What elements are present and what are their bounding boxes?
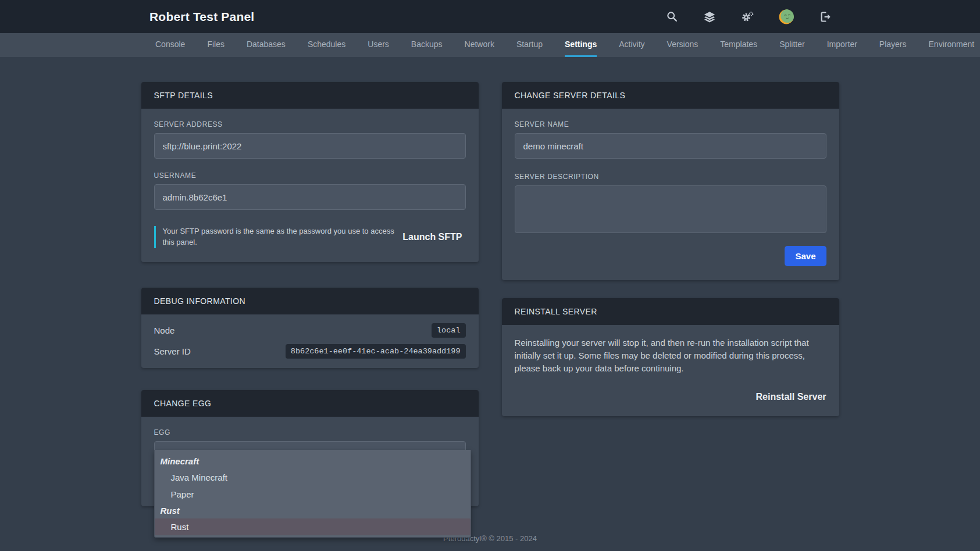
server-description-textarea[interactable]	[515, 185, 826, 233]
tab-databases[interactable]: Databases	[247, 33, 286, 57]
server-id-value-badge: 8b62c6e1-ee0f-41ec-acab-24ea39add199	[286, 344, 466, 359]
username-input[interactable]	[154, 184, 466, 210]
egg-group-rust: Rust	[155, 503, 471, 518]
tab-users[interactable]: Users	[368, 33, 389, 57]
server-name-input[interactable]	[515, 133, 826, 159]
tab-templates[interactable]: Templates	[720, 33, 757, 57]
tab-importer[interactable]: Importer	[827, 33, 857, 57]
settings-page-content: SFTP DETAILS SERVER ADDRESS USERNAME You…	[141, 82, 839, 506]
egg-label: EGG	[154, 428, 466, 436]
node-value-badge: local	[432, 323, 466, 338]
top-header: Robert Test Panel	[0, 0, 980, 33]
gears-icon[interactable]	[741, 10, 754, 23]
layers-icon[interactable]	[703, 10, 716, 23]
tab-backups[interactable]: Backups	[411, 33, 443, 57]
tab-players[interactable]: Players	[879, 33, 907, 57]
egg-dropdown-menu: Minecraft Java Minecraft Paper Rust Rust	[154, 450, 471, 538]
tab-schedules[interactable]: Schedules	[308, 33, 345, 57]
reinstall-server-button[interactable]: Reinstall Server	[756, 392, 826, 402]
server-id-label: Server ID	[154, 346, 191, 356]
server-address-label: SERVER ADDRESS	[154, 120, 466, 128]
left-column: SFTP DETAILS SERVER ADDRESS USERNAME You…	[141, 82, 479, 506]
server-nav-tabs: Console Files Databases Schedules Users …	[0, 33, 980, 57]
tab-files[interactable]: Files	[207, 33, 224, 57]
sftp-details-card: SFTP DETAILS SERVER ADDRESS USERNAME You…	[141, 82, 479, 262]
logout-icon[interactable]	[819, 10, 832, 23]
avatar[interactable]	[779, 9, 794, 24]
right-column: CHANGE SERVER DETAILS SERVER NAME SERVER…	[502, 82, 839, 506]
debug-row-node: Node local	[154, 321, 466, 340]
sftp-card-title: SFTP DETAILS	[141, 82, 479, 109]
tab-startup[interactable]: Startup	[516, 33, 543, 57]
egg-option-java-minecraft[interactable]: Java Minecraft	[155, 469, 471, 486]
copyright-footer: Pterodactyl® © 2015 - 2024	[0, 534, 980, 543]
server-address-input[interactable]	[154, 133, 466, 159]
debug-card-title: DEBUG INFORMATION	[141, 288, 479, 314]
reinstall-card-title: REINSTALL SERVER	[502, 298, 839, 325]
node-label: Node	[154, 325, 175, 335]
tab-environment[interactable]: Environment	[929, 33, 975, 57]
tab-settings[interactable]: Settings	[565, 33, 597, 57]
server-name-label: SERVER NAME	[515, 120, 826, 128]
tab-console[interactable]: Console	[155, 33, 185, 57]
debug-information-card: DEBUG INFORMATION Node local Server ID 8…	[141, 288, 479, 368]
header-icon-group	[665, 0, 832, 33]
tab-versions[interactable]: Versions	[667, 33, 699, 57]
server-details-card-title: CHANGE SERVER DETAILS	[502, 82, 839, 109]
save-button[interactable]: Save	[785, 246, 826, 266]
app-title: Robert Test Panel	[149, 10, 254, 24]
egg-group-minecraft: Minecraft	[155, 453, 471, 469]
reinstall-warning-text: Reinstalling your server will stop it, a…	[515, 337, 826, 374]
username-label: USERNAME	[154, 171, 466, 180]
debug-row-server-id: Server ID 8b62c6e1-ee0f-41ec-acab-24ea39…	[154, 342, 466, 361]
egg-option-paper[interactable]: Paper	[155, 486, 471, 503]
change-egg-card-title: CHANGE EGG	[141, 390, 479, 417]
tab-network[interactable]: Network	[465, 33, 494, 57]
change-egg-card: CHANGE EGG EGG Rust Minecraft Java Minec…	[141, 390, 479, 506]
tab-splitter[interactable]: Splitter	[779, 33, 805, 57]
egg-option-rust[interactable]: Rust	[155, 518, 471, 535]
server-description-label: SERVER DESCRIPTION	[515, 173, 826, 181]
change-server-details-card: CHANGE SERVER DETAILS SERVER NAME SERVER…	[502, 82, 839, 280]
launch-sftp-button[interactable]: Launch SFTP	[402, 232, 462, 242]
search-icon[interactable]	[665, 10, 678, 23]
sftp-password-note: Your SFTP password is the same as the pa…	[154, 226, 401, 248]
reinstall-server-card: REINSTALL SERVER Reinstalling your serve…	[502, 298, 839, 416]
tab-activity[interactable]: Activity	[619, 33, 644, 57]
